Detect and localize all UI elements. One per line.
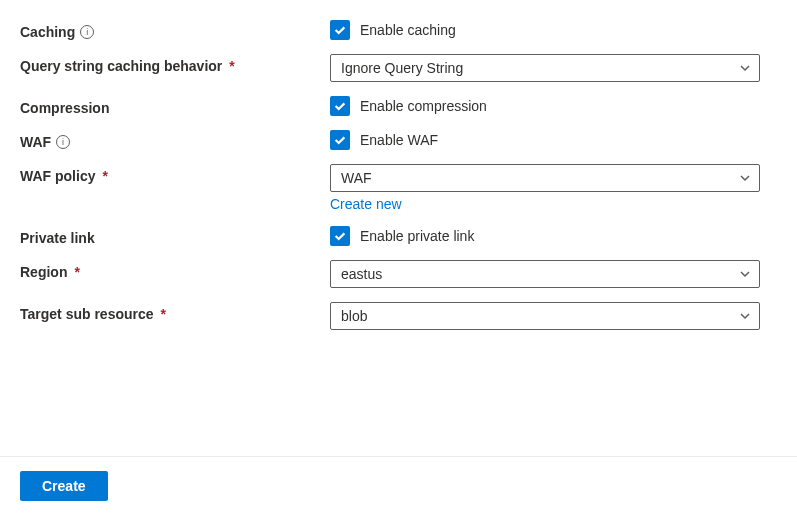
label-caching: Caching i (20, 20, 330, 40)
required-asterisk: * (229, 58, 234, 74)
select-region[interactable]: eastus (330, 260, 760, 288)
label-text: Private link (20, 230, 95, 246)
checkbox-box[interactable] (330, 96, 350, 116)
label-caching-text: Caching (20, 24, 75, 40)
chevron-down-icon (739, 172, 751, 184)
row-waf: WAF i Enable WAF (20, 130, 777, 150)
label-text: Query string caching behavior (20, 58, 222, 74)
select-value: WAF (341, 170, 372, 186)
row-target-sub-resource: Target sub resource * blob (20, 302, 777, 330)
label-text: WAF (20, 134, 51, 150)
checkbox-label: Enable private link (360, 228, 474, 244)
info-icon[interactable]: i (80, 25, 94, 39)
row-waf-policy: WAF policy * WAF Create new (20, 164, 777, 212)
row-query-string-caching: Query string caching behavior * Ignore Q… (20, 54, 777, 82)
checkbox-box[interactable] (330, 226, 350, 246)
create-button[interactable]: Create (20, 471, 108, 501)
required-asterisk: * (161, 306, 166, 322)
select-value: Ignore Query String (341, 60, 463, 76)
label-text: WAF policy (20, 168, 95, 184)
label-region: Region * (20, 260, 330, 280)
label-query-string-caching: Query string caching behavior * (20, 54, 330, 74)
checkbox-box[interactable] (330, 130, 350, 150)
required-asterisk: * (102, 168, 107, 184)
row-compression: Compression Enable compression (20, 96, 777, 116)
select-query-string-caching[interactable]: Ignore Query String (330, 54, 760, 82)
select-value: eastus (341, 266, 382, 282)
link-create-new-waf-policy[interactable]: Create new (330, 196, 760, 212)
label-compression: Compression (20, 96, 330, 116)
checkbox-enable-waf[interactable]: Enable WAF (330, 130, 760, 150)
label-waf-policy: WAF policy * (20, 164, 330, 184)
row-region: Region * eastus (20, 260, 777, 288)
label-private-link: Private link (20, 226, 330, 246)
checkbox-box[interactable] (330, 20, 350, 40)
checkbox-label: Enable WAF (360, 132, 438, 148)
checkbox-label: Enable caching (360, 22, 456, 38)
chevron-down-icon (739, 310, 751, 322)
checkbox-enable-compression[interactable]: Enable compression (330, 96, 760, 116)
checkbox-enable-private-link[interactable]: Enable private link (330, 226, 760, 246)
required-asterisk: * (74, 264, 79, 280)
checkbox-enable-caching[interactable]: Enable caching (330, 20, 760, 40)
label-waf: WAF i (20, 130, 330, 150)
footer: Create (0, 456, 797, 515)
chevron-down-icon (739, 62, 751, 74)
row-caching: Caching i Enable caching (20, 20, 777, 40)
select-waf-policy[interactable]: WAF (330, 164, 760, 192)
chevron-down-icon (739, 268, 751, 280)
row-private-link: Private link Enable private link (20, 226, 777, 246)
label-text: Region (20, 264, 67, 280)
info-icon[interactable]: i (56, 135, 70, 149)
select-target-sub-resource[interactable]: blob (330, 302, 760, 330)
label-text: Compression (20, 100, 109, 116)
label-target-sub-resource: Target sub resource * (20, 302, 330, 322)
label-text: Target sub resource (20, 306, 154, 322)
select-value: blob (341, 308, 367, 324)
checkbox-label: Enable compression (360, 98, 487, 114)
